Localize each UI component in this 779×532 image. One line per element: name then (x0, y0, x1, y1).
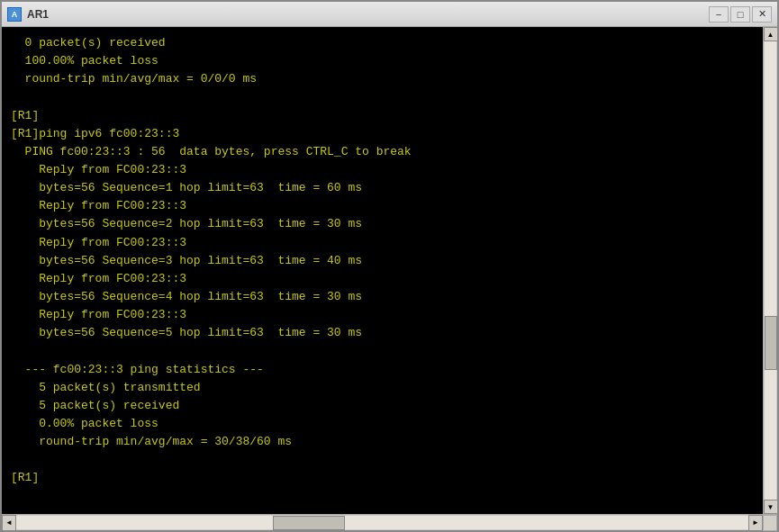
window-title: AR1 (27, 8, 709, 21)
scroll-track-v[interactable] (764, 41, 777, 500)
scroll-left-button[interactable]: ◄ (2, 515, 16, 531)
vertical-scrollbar[interactable]: ▲ ▼ (763, 27, 777, 514)
scroll-thumb-h[interactable] (273, 516, 345, 530)
terminal-window: A AR1 − □ ✕ 0 packet(s) received 100.00%… (0, 0, 779, 532)
window-icon: A (7, 7, 22, 22)
bottom-bar: ◄ ► (2, 514, 777, 530)
maximize-button[interactable]: □ (730, 6, 750, 23)
scroll-right-button[interactable]: ► (748, 515, 763, 531)
terminal-container: 0 packet(s) received 100.00% packet loss… (2, 27, 777, 514)
title-bar: A AR1 − □ ✕ (2, 2, 777, 27)
scroll-corner (763, 515, 777, 531)
close-button[interactable]: ✕ (752, 6, 772, 23)
scroll-track-h[interactable] (16, 515, 748, 530)
scroll-up-button[interactable]: ▲ (764, 27, 778, 41)
terminal-output[interactable]: 0 packet(s) received 100.00% packet loss… (2, 27, 763, 514)
minimize-button[interactable]: − (709, 6, 729, 23)
scroll-thumb-v[interactable] (765, 316, 777, 370)
scroll-down-button[interactable]: ▼ (764, 500, 778, 514)
window-controls: − □ ✕ (709, 6, 772, 23)
